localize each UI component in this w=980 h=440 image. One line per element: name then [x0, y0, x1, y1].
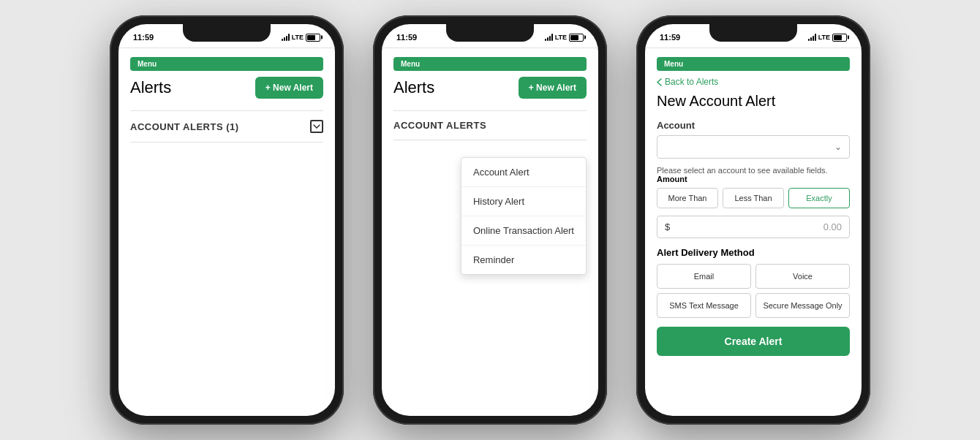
back-link[interactable]: Back to Alerts — [657, 77, 850, 87]
exactly-button[interactable]: Exactly — [788, 188, 850, 208]
time-1: 11:59 — [133, 33, 154, 42]
divider-1 — [118, 48, 335, 48]
alerts-title-1: Alerts — [130, 78, 171, 97]
select-chevron-icon: ⌄ — [834, 142, 842, 152]
dollar-sign-icon: $ — [665, 221, 670, 232]
alerts-header-2: Alerts + New Alert — [393, 77, 587, 99]
new-alert-button-1[interactable]: + New Alert — [255, 77, 323, 99]
lte-icon-2: LTE — [555, 34, 567, 41]
status-icons-3: LTE — [808, 34, 847, 42]
phone-frame-3: 11:59 LTE Menu Back t — [636, 15, 870, 425]
new-alert-button-2[interactable]: + New Alert — [519, 77, 587, 99]
screen-content-3: Back to Alerts New Account Alert Account… — [645, 77, 862, 416]
battery-icon-3 — [832, 34, 847, 42]
lte-icon-3: LTE — [818, 34, 830, 41]
status-icons-1: LTE — [282, 34, 320, 42]
notch-1 — [183, 24, 271, 42]
back-link-label: Back to Alerts — [665, 77, 718, 87]
phone-screen-3: 11:59 LTE Menu Back t — [645, 24, 862, 416]
less-than-button[interactable]: Less Than — [723, 188, 784, 208]
delivery-options-grid: Email Voice SMS Text Message Secure Mess… — [657, 264, 850, 318]
menu-button-1[interactable]: Menu — [130, 57, 323, 71]
phone-frame-1: 11:59 LTE Menu Alerts + New Alert — [110, 15, 344, 425]
amount-options-group: More Than Less Than Exactly — [657, 188, 850, 208]
alerts-header-1: Alerts + New Alert — [130, 77, 323, 99]
secure-message-delivery-button[interactable]: Secure Message Only — [755, 293, 850, 318]
dropdown-item-history-alert[interactable]: History Alert — [461, 187, 586, 216]
amount-input-field[interactable]: $ 0.00 — [657, 216, 850, 238]
dropdown-item-reminder[interactable]: Reminder — [461, 246, 586, 274]
phone-2: 11:59 LTE Menu Alerts + New Alert — [373, 15, 607, 425]
phone-frame-2: 11:59 LTE Menu Alerts + New Alert — [373, 15, 607, 425]
notch-3 — [709, 24, 797, 42]
screen-content-1: Alerts + New Alert ACCOUNT ALERTS (1) — [118, 77, 335, 416]
lte-icon-1: LTE — [292, 34, 304, 41]
create-alert-button[interactable]: Create Alert — [657, 327, 850, 356]
status-icons-2: LTE — [545, 34, 584, 42]
voice-delivery-button[interactable]: Voice — [755, 264, 850, 289]
helper-text: Please select an account to see availabl… — [657, 166, 850, 183]
sms-delivery-button[interactable]: SMS Text Message — [657, 293, 751, 318]
menu-button-2[interactable]: Menu — [393, 57, 587, 71]
signal-icon-1 — [282, 34, 290, 41]
amount-value: 0.00 — [823, 221, 842, 232]
email-delivery-button[interactable]: Email — [657, 264, 751, 289]
more-than-button[interactable]: More Than — [657, 188, 718, 208]
account-alerts-row-2[interactable]: ACCOUNT ALERTS — [393, 110, 587, 140]
chevron-down-icon-1[interactable] — [310, 120, 323, 133]
amount-label-strong: Amount — [657, 175, 687, 183]
dropdown-menu: Account Alert History Alert Online Trans… — [461, 157, 587, 275]
screen-content-2: Alerts + New Alert ACCOUNT ALERTS Accoun… — [382, 77, 598, 416]
alerts-title-2: Alerts — [393, 78, 434, 97]
account-alerts-row-1[interactable]: ACCOUNT ALERTS (1) — [130, 110, 323, 143]
phone-1: 11:59 LTE Menu Alerts + New Alert — [110, 15, 344, 425]
dropdown-item-account-alert[interactable]: Account Alert — [461, 158, 586, 187]
notch-2 — [446, 24, 534, 42]
menu-button-3[interactable]: Menu — [657, 57, 850, 71]
phone-screen-2: 11:59 LTE Menu Alerts + New Alert — [382, 24, 598, 416]
time-2: 11:59 — [396, 33, 417, 42]
account-alerts-label-1: ACCOUNT ALERTS (1) — [130, 121, 239, 132]
account-field-label: Account — [657, 120, 850, 131]
signal-icon-2 — [545, 34, 553, 41]
divider-3 — [645, 48, 862, 48]
dropdown-item-online-transaction-alert[interactable]: Online Transaction Alert — [461, 216, 586, 246]
form-title: New Account Alert — [657, 93, 850, 110]
phone-3: 11:59 LTE Menu Back t — [636, 15, 870, 425]
divider-2 — [382, 48, 598, 48]
signal-icon-3 — [808, 34, 816, 41]
account-select[interactable]: ⌄ — [657, 135, 850, 159]
account-alerts-label-2: ACCOUNT ALERTS — [393, 120, 486, 131]
phone-screen-1: 11:59 LTE Menu Alerts + New Alert — [118, 24, 335, 416]
time-3: 11:59 — [660, 33, 680, 42]
battery-icon-2 — [569, 34, 584, 42]
battery-icon-1 — [306, 34, 320, 42]
delivery-method-label: Alert Delivery Method — [657, 247, 850, 258]
